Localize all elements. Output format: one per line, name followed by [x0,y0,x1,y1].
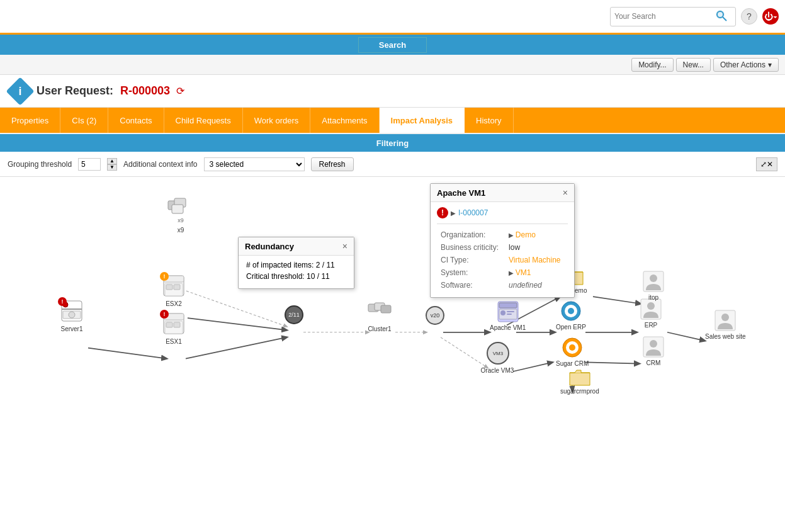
org-value[interactable]: Demo [516,230,536,239]
salesweb-node[interactable]: Sales web site [705,309,745,340]
sugarcrmprod-node[interactable]: sugarcrmprod [560,368,599,395]
spinner-up[interactable]: ▲ [107,158,117,164]
sugarcrm-node[interactable]: Sugar CRM [556,336,589,367]
refresh-button[interactable]: Refresh [311,157,354,171]
svg-rect-45 [507,311,514,312]
esx2-node[interactable]: ! ESX2 [162,274,185,307]
search-icon-button[interactable] [715,9,728,24]
esx2-badge: ! [160,272,169,281]
grouping-threshold-input[interactable] [78,158,101,171]
svg-line-15 [441,337,488,368]
threshold-spinner[interactable]: ▲ ▼ [107,158,117,171]
apache-popup-close-button[interactable]: × [563,188,568,198]
impact-canvas: x9 x9 ! Server1 [0,177,785,532]
salesweb-icon [714,309,737,332]
other-actions-button[interactable]: Other Actions ▾ [713,58,779,72]
tab-cis[interactable]: CIs (2) [60,108,108,133]
oraclevm3-node[interactable]: VM3 [487,342,509,365]
svg-line-6 [186,291,287,327]
apachevm1-label: Apache VM1 [490,324,526,331]
svg-line-5 [186,337,287,359]
apache-popup-title: Apache VM1 [437,188,485,198]
context-select[interactable]: 3 selected [204,157,305,171]
popup-criticality-row: Business criticity: low [438,242,567,253]
help-icon[interactable]: ? [741,8,757,25]
redundancy-title: Redundancy [245,242,294,251]
additional-context-label: Additional context info [123,160,197,169]
svg-line-17 [585,362,640,363]
spinner-down[interactable]: ▼ [107,164,117,171]
tab-attachments[interactable]: Attachments [310,108,379,133]
svg-rect-25 [62,308,82,310]
esx2-label: ESX2 [166,300,182,307]
itop-label: itop [648,294,658,301]
svg-rect-40 [381,305,391,313]
tab-child-requests[interactable]: Child Requests [164,108,243,133]
modify-button[interactable]: Modify... [631,58,673,72]
top-bar: ? ⏻▾ [0,0,785,35]
search-box[interactable] [610,7,736,26]
software-label: Software: [438,280,505,291]
openERP-label: Open ERP [556,324,586,331]
power-icon[interactable]: ⏻▾ [762,8,779,25]
svg-line-4 [188,318,287,330]
itop-node[interactable]: itop [642,270,665,301]
tab-work-orders[interactable]: Work orders [243,108,311,133]
tab-properties[interactable]: Properties [0,108,60,133]
svg-point-44 [500,310,505,315]
action-bar: Modify... New... Other Actions ▾ [0,55,785,75]
server1-node[interactable]: ! Server1 [60,300,83,332]
openERP-node[interactable]: Open ERP [556,300,586,331]
tabs-bar: Properties CIs (2) Contacts Child Reques… [0,108,785,133]
svg-point-55 [650,274,657,282]
cluster1-icon [367,302,392,324]
node-211[interactable]: 2/11 [285,305,303,324]
redundancy-items: # of impacted items: 2 / 11 [246,261,346,269]
oraclevm3-label: VM3 [493,351,503,356]
page-title-id: R-000003 [120,84,170,97]
svg-line-16 [513,362,553,371]
filtering-label: Filtering [361,137,424,149]
svg-line-12 [667,332,705,341]
tab-contacts[interactable]: Contacts [108,108,164,133]
apachevm1-node[interactable]: Apache VM1 [490,300,526,331]
tab-impact-analysis[interactable]: Impact Analysis [380,108,465,133]
search-band: Search [0,35,785,55]
redundancy-popup-header: Redundancy × [239,237,354,256]
redundancy-close-button[interactable]: × [342,241,347,251]
ERP-icon [640,298,662,320]
search-input[interactable] [614,12,715,21]
software-value: undefined [509,281,542,290]
svg-rect-46 [507,314,512,315]
incident-link[interactable]: I-000007 [458,208,488,217]
esx1-node[interactable]: ! ESX1 [162,312,185,345]
CRM-icon [642,336,665,358]
svg-point-58 [569,344,575,351]
node-v20[interactable]: v20 [426,306,444,325]
svg-rect-21 [172,205,183,213]
popup-incident-row: ! ▶ I-000007 [437,207,568,218]
system-value[interactable]: VM1 [516,268,531,277]
svg-text:x9: x9 [178,217,184,224]
group-node[interactable]: x9 x9 [167,196,195,234]
expand-icon-button[interactable]: ⤢✕ [756,157,777,171]
citype-value[interactable]: Virtual Machine [509,256,561,264]
ERP-node[interactable]: ERP [640,298,662,329]
svg-rect-32 [174,285,180,290]
cluster1-node[interactable]: Cluster1 [367,302,392,332]
system-label: System: [438,267,505,278]
svg-point-49 [568,308,574,314]
salesweb-label: Sales web site [705,333,745,340]
tab-history[interactable]: History [465,108,513,133]
page-title-bar: i User Request: R-000003 ⟳ [0,75,785,108]
other-actions-label: Other Actions [720,60,765,69]
graph-svg [0,177,785,532]
search-band-button[interactable]: Search [358,37,427,53]
criticality-label: Business criticity: [438,242,505,253]
redundancy-popup-body: # of impacted items: 2 / 11 Critical thr… [239,256,354,288]
new-button[interactable]: New... [676,58,711,72]
CRM-node[interactable]: CRM [642,336,665,366]
page-refresh-button[interactable]: ⟳ [176,85,184,97]
popup-org-row: Organization: ▶ Demo [438,229,567,241]
node-v20-label: v20 [431,312,440,319]
